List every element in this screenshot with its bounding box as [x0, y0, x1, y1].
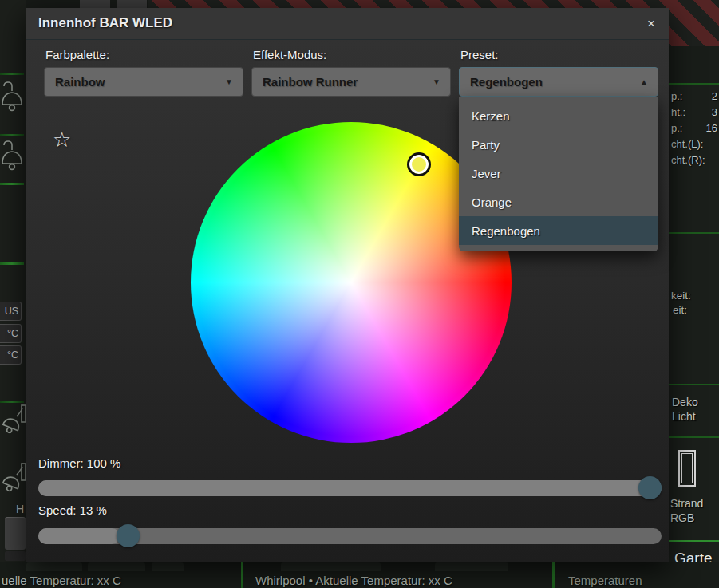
- sensor-row: cht.(L):: [671, 138, 717, 150]
- preset-option-regenbogen[interactable]: Regenbogen: [459, 216, 658, 245]
- divider: [0, 73, 24, 75]
- effekt-modus-label: Effekt-Modus:: [253, 48, 326, 61]
- chevron-down-icon: ▼: [433, 77, 440, 86]
- dimmer-slider-fill: [38, 480, 662, 496]
- sensor-row: cht.(R):: [671, 154, 717, 166]
- modal-titlebar: Innenhof BAR WLED ×: [26, 8, 669, 40]
- sensor-row: ht.: 3: [671, 106, 717, 118]
- humidity-label: eit:: [673, 304, 687, 316]
- dashboard-screen: 6 US °C °C: [0, 0, 719, 588]
- farbpalette-dropdown[interactable]: Rainbow ▼: [44, 67, 243, 97]
- wled-modal: Innenhof BAR WLED × Farbpalette: Effekt-…: [26, 8, 669, 562]
- preset-options-list: Kerzen Party Jever Orange Regenbogen: [459, 97, 658, 251]
- licht-label: Licht: [672, 410, 696, 423]
- aus-button[interactable]: US: [0, 302, 22, 321]
- sensor-row: p.: 2: [671, 90, 717, 102]
- preset-option-kerzen[interactable]: Kerzen: [459, 101, 658, 130]
- deko-licht-panel[interactable]: Deko Licht: [669, 384, 719, 436]
- preset-option-party[interactable]: Party: [459, 130, 658, 159]
- dimmer-label: Dimmer: 100 %: [38, 456, 120, 470]
- left-rail: US °C °C H: [0, 0, 26, 588]
- partial-heading: H: [16, 503, 24, 515]
- preset-option-orange[interactable]: Orange: [459, 187, 658, 216]
- panel-tab: [88, 562, 145, 571]
- temperaturen-label: Temperaturen: [568, 574, 642, 587]
- panel-tab: [281, 562, 381, 571]
- wall-lamp-icon[interactable]: [0, 404, 26, 440]
- whirlpool-temp-status: Whirlpool • Aktuelle Temperatur: xx C: [255, 574, 452, 587]
- panel-tab: [117, 0, 147, 8]
- preset-option-jever[interactable]: Jever: [459, 159, 658, 187]
- preset-label: Preset:: [460, 48, 499, 61]
- divider: [552, 562, 555, 588]
- farbpalette-label: Farbpalette:: [45, 48, 109, 61]
- strand-label: Strand: [670, 497, 703, 510]
- wall-lamp-icon[interactable]: [0, 462, 26, 499]
- humidity-panel: keit: eit:: [669, 232, 719, 384]
- color-wheel-marker[interactable]: [407, 152, 431, 176]
- effekt-modus-dropdown[interactable]: Rainbow Runner ▼: [251, 67, 451, 97]
- preset-dropdown[interactable]: Regenbogen ▲: [459, 67, 658, 97]
- panel-tab: [435, 562, 508, 571]
- speed-slider-fill: [38, 528, 120, 544]
- modal-title: Innenhof BAR WLED: [38, 15, 172, 31]
- speed-slider-thumb[interactable]: [117, 524, 140, 547]
- right-rail: p.: 2 ht.: 3 p.: 16 cht.(L): cht.(R): ke…: [669, 46, 719, 588]
- chevron-down-icon: ▼: [225, 77, 233, 86]
- dimmer-slider-thumb[interactable]: [638, 476, 662, 499]
- celsius-button[interactable]: °C: [0, 324, 22, 343]
- speed-label: Speed: 13 %: [38, 503, 107, 517]
- celsius-button[interactable]: °C: [0, 345, 22, 365]
- rail-button-box[interactable]: [5, 551, 26, 561]
- sensor-panel: p.: 2 ht.: 3 p.: 16 cht.(L): cht.(R):: [669, 83, 719, 232]
- speed-slider[interactable]: [38, 528, 662, 544]
- ceiling-lamp-icon[interactable]: [0, 80, 24, 120]
- close-icon[interactable]: ×: [642, 14, 661, 34]
- humidity-label: keit:: [671, 290, 691, 302]
- bottom-bar: uelle Temperatur: xx C Whirlpool • Aktue…: [0, 562, 719, 588]
- strand-rgb-panel[interactable]: Strand RGB: [669, 436, 719, 540]
- favorite-star-icon[interactable]: ☆: [53, 128, 71, 152]
- panel-tab: [152, 562, 184, 571]
- divider: [0, 183, 24, 185]
- ceiling-lamp-icon[interactable]: [0, 139, 24, 179]
- divider: [0, 401, 24, 403]
- dimmer-slider[interactable]: [38, 480, 662, 496]
- pool-temp-status: uelle Temperatur: xx C: [2, 574, 121, 587]
- divider: [0, 134, 24, 136]
- led-strip-icon-inner: [681, 453, 693, 483]
- panel-tab: [80, 0, 110, 8]
- sensor-row: p.: 16: [671, 122, 717, 134]
- deko-label: Deko: [672, 396, 698, 408]
- led-strip-icon[interactable]: [678, 450, 696, 487]
- rail-button-box[interactable]: [5, 517, 26, 550]
- chevron-up-icon: ▲: [640, 77, 648, 86]
- divider: [241, 562, 243, 588]
- divider: [0, 262, 24, 265]
- panel-tab: [26, 562, 82, 571]
- rgb-label: RGB: [670, 511, 694, 524]
